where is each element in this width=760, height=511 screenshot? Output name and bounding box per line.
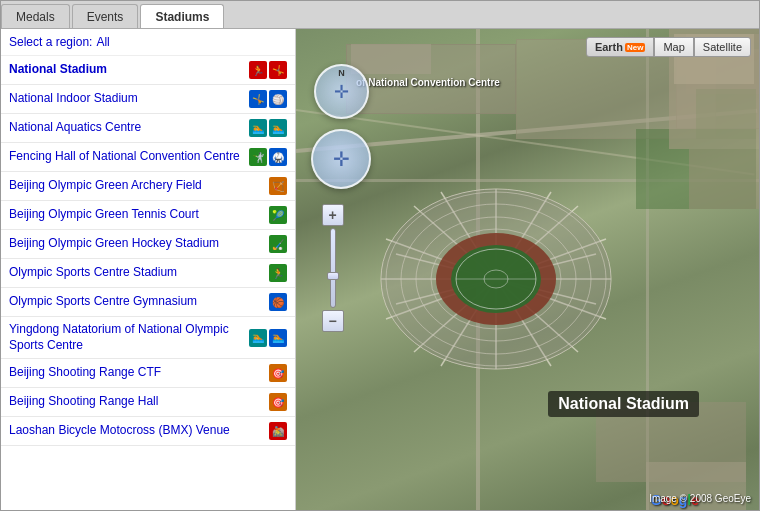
sport-icon-hockey: 🏑	[269, 235, 287, 253]
map-area[interactable]: of National Convention Centre Earth New …	[296, 29, 759, 511]
map-copyright: Image © 2008 GeoEye	[649, 493, 751, 504]
list-item[interactable]: Laoshan Bicycle Motocross (BMX) Venue 🚵	[1, 417, 295, 446]
list-item[interactable]: Yingdong Natatorium of National Olympic …	[1, 317, 295, 359]
sport-icon-fencing: 🤺	[249, 148, 267, 166]
region-label: Select a region:	[9, 35, 92, 49]
sport-icon-athletics2: 🤸	[269, 61, 287, 79]
sport-icons: 🏃	[269, 264, 287, 282]
stadium-map-label: National Stadium	[548, 391, 699, 417]
sport-icon-athletics: 🏃	[249, 61, 267, 79]
compass-arrow-icon: ✛	[334, 81, 349, 103]
pan-control[interactable]: ✛	[311, 129, 371, 189]
sport-icon-tennis: 🎾	[269, 206, 287, 224]
new-badge: New	[625, 43, 645, 52]
sport-icons: 🏀	[269, 293, 287, 311]
sport-icons: 🏹	[269, 177, 287, 195]
sport-icons: 🏑	[269, 235, 287, 253]
tab-bar: Medals Events Stadiums	[1, 1, 759, 29]
sport-icons: 🏊 🏊	[249, 329, 287, 347]
tab-medals[interactable]: Medals	[1, 4, 70, 28]
sport-icon-swim2: 🏊	[249, 329, 267, 347]
sport-icons: 🤸 🏐	[249, 90, 287, 108]
earth-button[interactable]: Earth New	[586, 37, 655, 57]
stadium-svg	[376, 184, 616, 384]
sport-icons: 🏊 🏊	[249, 119, 287, 137]
sport-icon-basketball: 🏀	[269, 293, 287, 311]
sport-icons: 🎯	[269, 393, 287, 411]
sport-icons: 🎯	[269, 364, 287, 382]
list-item[interactable]: Beijing Olympic Green Hockey Stadium 🏑	[1, 230, 295, 259]
zoom-in-button[interactable]: +	[322, 204, 344, 226]
region-value[interactable]: All	[96, 35, 109, 49]
list-item[interactable]: Fencing Hall of National Convention Cent…	[1, 143, 295, 172]
zoom-control: + −	[320, 204, 345, 332]
map-view-controls: Earth New Map Satellite	[586, 37, 751, 57]
sidebar: Select a region: All National Stadium 🏃 …	[1, 29, 296, 511]
sport-icon-athletics3: 🏃	[269, 264, 287, 282]
zoom-out-button[interactable]: −	[322, 310, 344, 332]
main-container: Select a region: All National Stadium 🏃 …	[1, 29, 759, 511]
sport-icon-dive: 🏊	[269, 119, 287, 137]
list-item[interactable]: Olympic Sports Centre Gymnasium 🏀	[1, 288, 295, 317]
list-item[interactable]: National Stadium 🏃 🤸	[1, 56, 295, 85]
zoom-slider[interactable]	[330, 228, 336, 308]
list-item[interactable]: National Indoor Stadium 🤸 🏐	[1, 85, 295, 114]
compass-north: N	[338, 68, 345, 78]
map-button[interactable]: Map	[654, 37, 693, 57]
sport-icons: 🚵	[269, 422, 287, 440]
sport-icon-volleyball: 🏐	[269, 90, 287, 108]
sport-icon-archery: 🏹	[269, 177, 287, 195]
list-item[interactable]: Beijing Shooting Range CTF 🎯	[1, 359, 295, 388]
sport-icon-waterpolo: 🏊	[269, 329, 287, 347]
list-item[interactable]: National Aquatics Centre 🏊 🏊	[1, 114, 295, 143]
sport-icon-wushu: 🥋	[269, 148, 287, 166]
list-item[interactable]: Beijing Olympic Green Tennis Court 🎾	[1, 201, 295, 230]
tab-events[interactable]: Events	[72, 4, 139, 28]
compass[interactable]: N ✛	[314, 64, 369, 119]
tab-stadiums[interactable]: Stadiums	[140, 4, 224, 28]
sport-icons: 🏃 🤸	[249, 61, 287, 79]
list-item[interactable]: Beijing Shooting Range Hall 🎯	[1, 388, 295, 417]
sport-icons: 🤺 🥋	[249, 148, 287, 166]
sport-icon-cycling: 🚵	[269, 422, 287, 440]
svg-point-20	[381, 189, 611, 369]
sport-icon-gymnastics: 🤸	[249, 90, 267, 108]
sport-icon-shooting2: 🎯	[269, 393, 287, 411]
zoom-thumb	[327, 272, 339, 280]
sport-icon-swim: 🏊	[249, 119, 267, 137]
satellite-button[interactable]: Satellite	[694, 37, 751, 57]
region-selector: Select a region: All	[1, 29, 295, 56]
pan-arrows-icon: ✛	[333, 147, 350, 171]
list-item[interactable]: Olympic Sports Centre Stadium 🏃	[1, 259, 295, 288]
stadium-list[interactable]: National Stadium 🏃 🤸 National Indoor Sta…	[1, 56, 295, 511]
convention-centre-label: of National Convention Centre	[356, 77, 500, 88]
sport-icons: 🎾	[269, 206, 287, 224]
sport-icon-shooting: 🎯	[269, 364, 287, 382]
list-item[interactable]: Beijing Olympic Green Archery Field 🏹	[1, 172, 295, 201]
